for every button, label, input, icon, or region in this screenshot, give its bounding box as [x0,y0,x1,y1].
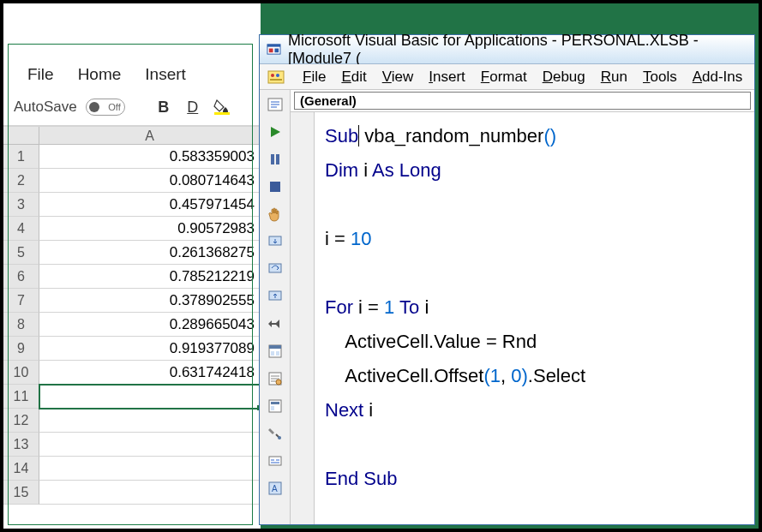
row-header[interactable]: 9 [3,337,39,361]
row-header[interactable]: 11 [3,385,39,409]
svg-rect-24 [271,406,274,410]
ribbon-tab-insert[interactable]: Insert [145,65,186,84]
watch-icon[interactable] [264,450,286,472]
row-header[interactable]: 12 [3,409,39,433]
toolbox-icon[interactable] [264,422,286,445]
row-header[interactable]: 2 [3,169,39,193]
ribbon-tab-home[interactable]: Home [78,65,122,84]
code-editor[interactable]: Sub vba_random_number()Dim i As Long i =… [315,112,754,524]
row-header[interactable]: 3 [3,193,39,217]
menu-edit[interactable]: Edit [341,69,366,86]
column-header-a[interactable]: A [39,127,261,144]
svg-point-21 [276,380,281,385]
cell-a1[interactable]: 0.583359003 [39,145,261,169]
cell-a15[interactable] [39,481,261,505]
menu-tools[interactable]: Tools [643,69,677,86]
select-all-corner[interactable] [3,127,39,144]
cell-a2[interactable]: 0.080714643 [39,169,261,193]
bold-button[interactable]: B [153,96,175,118]
cell-a3[interactable]: 0.457971454 [39,193,261,217]
run-icon[interactable] [264,121,286,143]
step-out-icon[interactable] [264,285,286,308]
svg-rect-3 [269,48,273,52]
locals-icon[interactable]: A [264,477,286,499]
autosave-toggle[interactable]: Off [86,99,125,116]
menu-view[interactable]: View [382,69,414,86]
vbe-window: Microsoft Visual Basic for Applications … [259,34,755,525]
svg-rect-18 [271,351,274,356]
code-gutter [291,112,315,524]
svg-rect-8 [270,79,282,81]
autosave-label: AutoSave [14,99,77,116]
object-browser-icon[interactable] [264,395,286,417]
cell-a5[interactable]: 0.261368275 [39,241,261,265]
vbe-menubar: FileEditViewInsertFormatDebugRunToolsAdd… [260,64,754,90]
vbe-toolstrip: A [260,90,291,524]
svg-rect-2 [267,44,280,46]
spreadsheet-grid: 10.58335900320.08071464330.45797145440.9… [3,145,261,529]
svg-rect-17 [269,345,281,349]
object-combo[interactable]: (General) [294,92,751,110]
svg-rect-12 [270,182,280,192]
cell-a13[interactable] [39,433,261,457]
menu-run[interactable]: Run [601,69,627,86]
svg-text:A: A [272,484,278,493]
cell-a14[interactable] [39,457,261,481]
row-header[interactable]: 14 [3,457,39,481]
row-header[interactable]: 7 [3,289,39,313]
cell-a7[interactable]: 0.378902555 [39,289,261,313]
pause-icon[interactable] [264,148,286,170]
vbe-titlebar[interactable]: Microsoft Visual Basic for Applications … [260,35,754,64]
step-over-icon[interactable] [264,258,286,280]
menu-file[interactable]: File [303,69,326,86]
breakpoint-nav-icon[interactable] [264,313,286,335]
row-header[interactable]: 1 [3,145,39,169]
row-header[interactable]: 6 [3,265,39,289]
row-header[interactable]: 4 [3,217,39,241]
svg-point-25 [278,436,281,439]
cell-a12[interactable] [39,409,261,433]
paint-bucket-icon [213,99,231,116]
excel-toolbar: AutoSave Off B D [3,91,261,126]
ribbon-tab-file[interactable]: File [27,65,54,84]
svg-rect-26 [269,457,281,465]
fill-color-button[interactable] [211,96,233,118]
menu-debug[interactable]: Debug [543,69,585,86]
project-explorer-icon[interactable] [264,340,286,362]
row-header[interactable]: 15 [3,481,39,505]
row-header[interactable]: 10 [3,361,39,385]
stop-icon[interactable] [264,176,286,198]
svg-rect-5 [268,71,284,83]
cell-a8[interactable]: 0.289665043 [39,313,261,337]
hand-icon[interactable] [264,203,286,225]
vbe-title-text: Microsoft Visual Basic for Applications … [288,32,747,68]
excel-tabs: FileHomeInsert [3,43,261,91]
vbe-module-icon [267,68,285,87]
step-into-icon[interactable] [264,230,286,253]
svg-rect-19 [276,351,279,356]
svg-rect-11 [276,154,279,164]
svg-rect-14 [269,264,281,272]
view-code-icon[interactable] [264,93,286,116]
cell-a10[interactable]: 0.631742418 [39,361,261,385]
row-header[interactable]: 13 [3,433,39,457]
row-header[interactable]: 8 [3,313,39,337]
excel-pane: FileHomeInsert AutoSave Off B D A 10.583… [3,3,261,529]
svg-rect-23 [271,402,279,404]
underline-button[interactable]: D [182,96,204,118]
svg-rect-4 [274,48,279,52]
vbe-app-icon [267,42,281,57]
cell-a11[interactable] [39,385,261,409]
svg-point-7 [276,74,279,77]
menu-format[interactable]: Format [481,69,527,86]
svg-rect-0 [214,112,230,115]
cell-a9[interactable]: 0.919377089 [39,337,261,361]
menu-insert[interactable]: Insert [429,69,465,86]
svg-rect-10 [271,154,274,164]
row-header[interactable]: 5 [3,241,39,265]
cell-a6[interactable]: 0.785212219 [39,265,261,289]
svg-point-6 [271,74,274,77]
cell-a4[interactable]: 0.90572983 [39,217,261,241]
properties-icon[interactable] [264,368,286,390]
menu-add-ins[interactable]: Add-Ins [693,69,743,86]
